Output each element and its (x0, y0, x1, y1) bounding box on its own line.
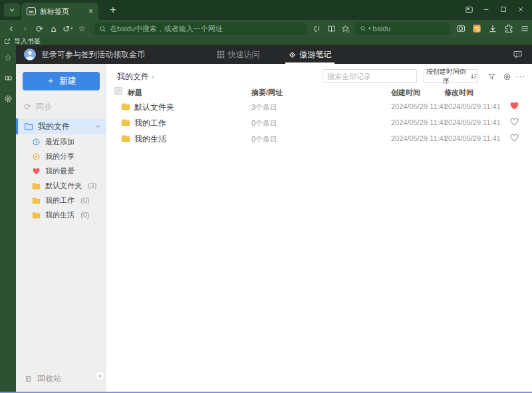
browser-tab-newtab[interactable]: m 新标签页 × (21, 3, 98, 20)
share-icon (32, 152, 41, 161)
sidebar-item-recent[interactable]: 最近添加 (16, 134, 106, 149)
item-label: 最近添加 (45, 137, 74, 147)
sidebar-item-shares[interactable]: 我的分享 (16, 149, 106, 164)
read-aloud-icon (313, 25, 321, 33)
extensions-button[interactable] (501, 21, 516, 36)
tab-maxnote[interactable]: 傲游笔记 (285, 45, 334, 64)
breadcrumb-arrow-icon: › (152, 74, 154, 80)
boss-key-button[interactable] (460, 1, 477, 17)
engine-search-box: ▾ (355, 23, 450, 35)
row-summary: 0个条目 (251, 118, 277, 128)
browser-window: m 新标签页 × + ‹ › ⟳ ⌂ ↺▾ ☆ (0, 0, 532, 393)
home-button[interactable]: ⌂ (47, 21, 61, 36)
forward-icon: › (23, 24, 27, 34)
sidebar-item-my-files[interactable]: 我的文件 (16, 118, 106, 134)
screenshot-button[interactable] (454, 21, 468, 36)
download-icon (488, 24, 497, 33)
sidebar-collapse-button[interactable]: « (94, 370, 105, 381)
maxnote-button[interactable] (469, 21, 484, 36)
notes-header: 登录可参与签到活动领取金币 快速访问 傲游笔记 (16, 45, 532, 64)
my-files-label: 我的文件 (38, 121, 70, 132)
favorite-toggle[interactable] (509, 133, 519, 142)
engine-search-input[interactable] (373, 25, 445, 33)
column-header-modified[interactable]: 修改时间 (444, 88, 473, 98)
maximize-button[interactable] (495, 1, 512, 17)
browser-tab-bar: m 新标签页 × + (0, 0, 532, 20)
maxthon-logo-icon: m (27, 7, 36, 15)
heart-icon (32, 167, 41, 176)
downloads-button[interactable] (485, 21, 500, 36)
row-created: 2024/05/29 11:41 (391, 118, 448, 126)
item-count: (0) (80, 211, 89, 219)
bookmarks-bar: 导入书签 (0, 37, 532, 45)
puzzle-icon (504, 24, 513, 33)
new-note-button[interactable]: ＋新建 (23, 72, 100, 90)
filter-button[interactable] (485, 70, 497, 82)
sort-order-button[interactable]: 按创建时间倒序 (424, 69, 478, 83)
chevron-down-icon[interactable] (94, 123, 101, 130)
strip-settings-button[interactable] (2, 92, 14, 104)
reload-icon: ⟳ (36, 25, 43, 33)
column-header-created[interactable]: 创建时间 (391, 88, 420, 98)
strip-apps-button[interactable] (2, 72, 14, 84)
table-row[interactable]: 我的生活 0个条目 2024/05/29 11:41 2024/05/29 11… (106, 130, 532, 146)
select-all-checkbox[interactable]: ✓ (114, 87, 122, 95)
tab-quick-access[interactable]: 快速访问 (214, 45, 263, 64)
folder-icon (24, 122, 33, 131)
plus-icon: ＋ (46, 76, 55, 85)
more-button[interactable]: ··· (515, 70, 527, 82)
folder-icon (121, 134, 130, 143)
breadcrumb[interactable]: 我的文件 › (117, 71, 154, 82)
forward-button[interactable]: › (18, 21, 32, 36)
notes-sidebar: ＋新建 ⟳ 同步 我的文件 最近添加 我的分享 我的最爱 默认文件夹 (3) (16, 64, 106, 393)
notes-main-toolbar: 我的文件 › 按创建时间倒序 ··· (106, 69, 532, 84)
column-header-title[interactable]: 标题 (128, 88, 142, 98)
address-input[interactable] (110, 25, 303, 33)
back-button[interactable]: ‹ (4, 21, 18, 36)
strip-favorites-button[interactable]: ☆ (2, 51, 14, 63)
tab-close-button[interactable]: × (88, 7, 93, 16)
reload-button[interactable]: ⟳ (33, 21, 47, 36)
star-gear-icon (341, 25, 350, 33)
split-window-icon (465, 5, 473, 14)
item-label: 我的最爱 (45, 166, 74, 176)
favorite-page-button[interactable]: ☆ (75, 21, 89, 36)
row-modified: 2024/05/29 11:41 (444, 134, 501, 142)
reading-mode-button[interactable] (324, 21, 338, 36)
feedback-button[interactable] (513, 50, 523, 59)
menu-button[interactable] (517, 21, 532, 36)
item-count: (3) (88, 182, 96, 190)
browser-toolbar: ‹ › ⟳ ⌂ ↺▾ ☆ ▾ (0, 20, 532, 37)
sidebar-item-sync[interactable]: ⟳ 同步 (16, 100, 106, 113)
favorite-toggle[interactable] (509, 101, 519, 110)
notes-search-input[interactable] (327, 72, 422, 80)
settings-button[interactable] (501, 70, 513, 82)
table-row[interactable]: 默认文件夹 3个条目 2024/05/29 11:41 2024/05/29 1… (106, 98, 532, 114)
grid-icon (217, 51, 225, 59)
check-icon: ✓ (116, 88, 121, 94)
item-count: (0) (80, 196, 89, 204)
tab-list-chevron-button[interactable] (4, 3, 20, 17)
favorites-manager-button[interactable] (338, 21, 352, 36)
sidebar-item-work-folder[interactable]: 我的工作 (0) (16, 193, 106, 207)
close-button[interactable] (512, 1, 529, 17)
table-row[interactable]: 我的工作 0个条目 2024/05/29 11:41 2024/05/29 11… (106, 114, 532, 130)
favorite-toggle[interactable] (509, 117, 519, 126)
read-aloud-button[interactable] (310, 21, 324, 36)
column-header-summary[interactable]: 摘要/网址 (251, 88, 283, 98)
minimize-button[interactable] (477, 1, 495, 17)
sidebar-item-life-folder[interactable]: 我的生活 (0) (16, 207, 106, 222)
sidebar-item-default-folder[interactable]: 默认文件夹 (3) (16, 178, 106, 193)
sidebar-item-favorites[interactable]: 我的最爱 (16, 164, 106, 178)
engine-dropdown-icon[interactable]: ▾ (368, 27, 371, 31)
sidebar-item-trash[interactable]: 回收站 (16, 372, 61, 385)
row-title: 我的生活 (134, 134, 166, 145)
new-note-label: 新建 (59, 76, 76, 86)
import-bookmarks-item[interactable]: 导入书签 (14, 37, 41, 46)
new-tab-button[interactable]: + (105, 3, 121, 17)
undo-icon: ↺ (63, 25, 70, 33)
undo-button[interactable]: ↺▾ (61, 21, 74, 36)
book-icon (327, 25, 336, 33)
search-icon (99, 25, 106, 33)
funnel-icon (487, 72, 496, 81)
